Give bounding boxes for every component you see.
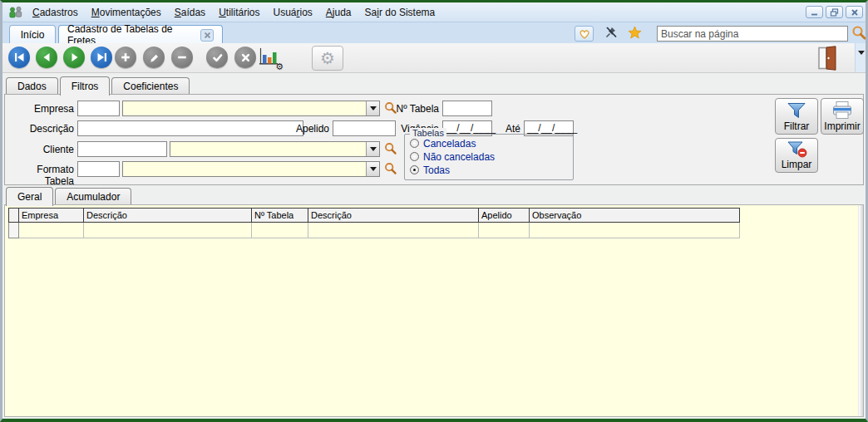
close-button[interactable] [846,6,863,18]
tab-close-button[interactable] [200,29,214,42]
no-tabela-label: Nº Tabela [372,103,439,115]
menu-item-movimentacoes[interactable]: Movimentações [85,5,168,20]
previous-record-icon [42,52,52,62]
tab-filtros[interactable]: Filtros [60,76,111,96]
radio-icon [410,165,419,174]
no-tabela-field[interactable] [442,101,492,116]
filtrar-button[interactable]: Filtrar [775,98,818,135]
settings-button[interactable]: ⚙ [312,46,343,71]
imprimir-label: Imprimir [824,120,860,132]
menu-item-ajuda[interactable]: Ajuda [319,5,358,20]
tab-coeficientes[interactable]: Coeficientes [111,77,190,94]
unpin-button[interactable] [604,26,619,43]
magnifier-icon [384,142,397,155]
cancel-button[interactable] [234,47,256,68]
empresa-combo[interactable] [122,101,380,116]
grid-cell[interactable] [530,223,740,238]
remove-button[interactable] [171,47,193,68]
last-record-icon [96,52,107,62]
menu-item-usuarios[interactable]: Usuários [266,5,318,20]
combo-arrow-icon[interactable] [366,162,379,176]
clear-filter-icon [787,140,807,158]
filtrar-label: Filtrar [784,120,810,132]
grid-col-2-n-tabela[interactable]: Nº Tabela [252,209,308,223]
grid-col-3-descricao[interactable]: Descrição [308,209,479,223]
cliente-lookup-button[interactable] [384,142,397,155]
search-input[interactable] [657,26,848,42]
tab-inicio[interactable]: Início [9,25,56,44]
grid-cell[interactable] [252,223,308,238]
favorites-button[interactable] [575,26,594,42]
grid-cell[interactable] [479,223,530,238]
imprimir-button[interactable]: Imprimir [821,98,864,135]
tab-strip: Início Cadastro de Tabelas de Fretes [2,22,866,43]
descricao-label: Descrição [5,123,74,135]
search-button[interactable] [851,25,867,44]
previous-record-button[interactable] [36,47,57,68]
cliente-code-field[interactable] [77,141,167,157]
radio-label: Não canceladas [423,151,495,163]
favorite-star-button[interactable] [628,26,642,42]
tab-dados[interactable]: Dados [6,77,58,94]
tab-close-icon [204,32,211,39]
grid-header-row: EmpresaDescriçãoNº TabelaDescriçãoApelid… [9,209,740,223]
vertical-scrollbar[interactable] [858,205,863,416]
formato-lookup-button[interactable] [384,162,397,175]
radio-icon [410,152,419,161]
filter-funnel-icon [787,101,806,120]
radio-nao-canceladas[interactable]: Não canceladas [410,150,495,163]
formato-combo[interactable] [122,161,380,177]
add-button[interactable] [115,47,136,68]
confirm-button[interactable] [206,47,228,68]
menubar: CadastrosMovimentaçõesSaídasUtilitáriosU… [2,2,866,22]
formato-tabela-label: Formato Tabela [5,164,74,187]
minimize-button[interactable] [806,6,823,18]
toolbar-overflow[interactable] [855,43,866,72]
exit-button[interactable] [816,46,838,71]
cancel-x-icon [240,52,251,63]
exit-door-icon [816,46,838,71]
empresa-label: Empresa [5,103,74,115]
menu-item-utilitarios[interactable]: Utilitários [212,5,266,20]
chart-settings-button[interactable]: ⚙ [258,47,281,70]
apelido-label: Apelido [296,123,329,135]
cliente-combo[interactable] [170,141,380,157]
edit-pencil-icon [149,52,160,63]
radio-todas[interactable]: Todas [410,164,495,176]
grid-col-0-empresa[interactable]: Empresa [19,209,84,223]
chevron-down-icon [858,51,865,55]
edit-button[interactable] [143,47,165,68]
next-record-button[interactable] [63,47,85,68]
descricao-field[interactable] [77,120,303,136]
add-icon [121,52,131,62]
grid-col-1-descricao[interactable]: Descrição [84,209,252,223]
heart-icon [579,29,590,39]
formato-code-field[interactable] [77,161,120,177]
radio-canceladas[interactable]: Canceladas [410,137,495,150]
menu-item-saidas[interactable]: Saídas [168,5,212,20]
grid-col-4-apelido[interactable]: Apelido [479,209,530,223]
last-record-button[interactable] [91,47,112,68]
menu-item-cadastros[interactable]: Cadastros [26,5,85,20]
menu-item-sair-do-sistema[interactable]: Sair do Sistema [358,5,442,20]
main-tab-bar: DadosFiltrosCoeficientes [6,76,191,94]
tab-geral[interactable]: Geral [6,187,53,206]
grid-col-5-observacao[interactable]: Observação [530,209,740,223]
tab-cadastro-de-tabelas-de-fretes[interactable]: Cadastro de Tabelas de Fretes [58,25,223,44]
row-selector[interactable] [9,223,19,238]
radio-label: Todas [423,164,450,176]
tab-acumulador[interactable]: Acumulador [55,188,131,204]
combo-arrow-icon[interactable] [366,142,379,156]
limpar-button[interactable]: Limpar [775,138,818,173]
restore-button[interactable] [826,6,843,18]
search-icon [851,25,867,41]
settings-gear-icon: ⚙ [320,50,335,66]
empresa-code-field[interactable] [77,101,120,116]
filter-panel: Empresa Nº Tabela Descrição Apelido Vigê… [4,94,864,185]
first-record-button[interactable] [8,47,30,68]
grid-row[interactable] [9,223,740,238]
cliente-label: Cliente [5,144,74,155]
grid-cell[interactable] [84,223,252,238]
grid-cell[interactable] [19,223,84,238]
grid-cell[interactable] [308,223,479,238]
